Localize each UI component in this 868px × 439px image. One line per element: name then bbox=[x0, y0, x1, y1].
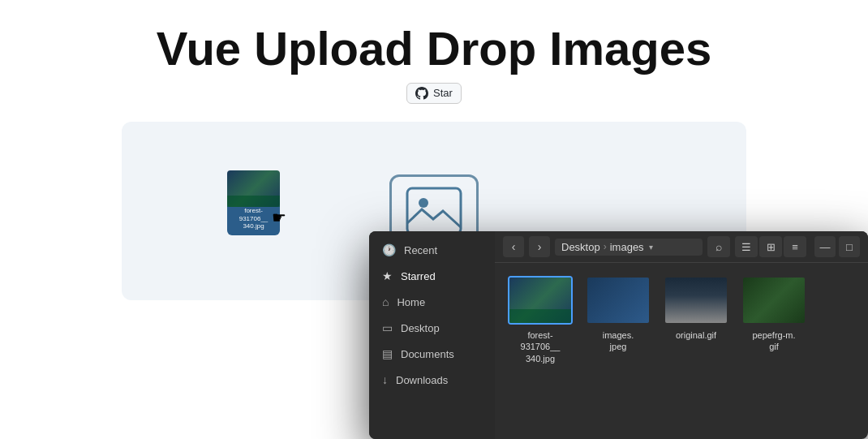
documents-icon: ▤ bbox=[382, 347, 393, 360]
list-view-button[interactable]: ☰ bbox=[735, 236, 758, 257]
desktop-icon: ▭ bbox=[382, 321, 393, 334]
dropdown-chevron-icon[interactable]: ▾ bbox=[649, 243, 653, 252]
file-item-pepe[interactable]: pepefrg-m.gif bbox=[741, 276, 806, 364]
sidebar-label-downloads: Downloads bbox=[396, 374, 448, 386]
page-title: Vue Upload Drop Images bbox=[0, 23, 868, 75]
file-label-forest: forest-931706__340.jpg bbox=[521, 329, 561, 364]
star-label: Star bbox=[433, 87, 453, 99]
dialog-main: ‹ › Desktop › images ▾ ⌕ ☰ ⊞ ≡ — □ bbox=[495, 231, 868, 439]
search-button[interactable]: ⌕ bbox=[707, 236, 730, 257]
file-grid: forest-931706__340.jpg images.jpeg origi… bbox=[495, 263, 868, 377]
file-item-forest[interactable]: forest-931706__340.jpg bbox=[508, 276, 573, 364]
file-label-pepe: pepefrg-m.gif bbox=[752, 329, 795, 353]
sort-button[interactable]: ≡ bbox=[784, 236, 806, 257]
file-thumbnail-original bbox=[664, 276, 728, 325]
breadcrumb-sep: › bbox=[604, 241, 607, 252]
svg-rect-0 bbox=[407, 188, 461, 234]
drag-cursor-icon: ☛ bbox=[272, 208, 286, 227]
github-icon bbox=[415, 87, 428, 100]
breadcrumb: Desktop › images ▾ bbox=[555, 239, 703, 256]
dialog-sidebar: 🕐 Recent ★ Starred ⌂ Home ▭ Desktop ▤ Do… bbox=[369, 231, 495, 439]
maximize-button[interactable]: □ bbox=[839, 236, 860, 257]
file-label-images: images.jpeg bbox=[603, 329, 634, 353]
home-icon: ⌂ bbox=[382, 295, 389, 308]
file-label-original: original.gif bbox=[676, 329, 716, 341]
minimize-button[interactable]: — bbox=[814, 236, 836, 257]
grid-view-button[interactable]: ⊞ bbox=[759, 236, 782, 257]
file-item-original[interactable]: original.gif bbox=[664, 276, 728, 364]
sidebar-label-documents: Documents bbox=[401, 348, 454, 360]
sidebar-item-recent[interactable]: 🕐 Recent bbox=[369, 238, 495, 262]
sidebar-label-home: Home bbox=[397, 296, 425, 308]
sidebar-label-recent: Recent bbox=[404, 244, 437, 256]
starred-icon: ★ bbox=[382, 269, 393, 282]
sidebar-item-desktop[interactable]: ▭ Desktop bbox=[369, 316, 495, 340]
github-star-button[interactable]: Star bbox=[406, 83, 462, 104]
file-dialog: 🕐 Recent ★ Starred ⌂ Home ▭ Desktop ▤ Do… bbox=[369, 231, 868, 439]
downloads-icon: ↓ bbox=[382, 373, 388, 386]
view-buttons: ☰ ⊞ ≡ bbox=[735, 236, 806, 257]
file-thumbnail-pepe bbox=[741, 276, 806, 325]
sidebar-label-desktop: Desktop bbox=[401, 322, 440, 334]
sidebar-item-documents[interactable]: ▤ Documents bbox=[369, 342, 495, 366]
file-thumbnail-images bbox=[586, 276, 651, 325]
sidebar-item-downloads[interactable]: ↓ Downloads bbox=[369, 368, 495, 392]
search-icon: ⌕ bbox=[715, 240, 722, 253]
sidebar-label-starred: Starred bbox=[401, 270, 436, 282]
dragging-file-label: forest-931706__340.jpg bbox=[239, 207, 269, 230]
breadcrumb-desktop[interactable]: Desktop bbox=[561, 241, 600, 253]
recent-icon: 🕐 bbox=[382, 243, 396, 256]
sidebar-item-home[interactable]: ⌂ Home bbox=[369, 290, 495, 314]
forward-button[interactable]: › bbox=[529, 236, 550, 257]
back-button[interactable]: ‹ bbox=[503, 236, 524, 257]
page-header: Vue Upload Drop Images Star bbox=[0, 0, 868, 115]
dialog-toolbar: ‹ › Desktop › images ▾ ⌕ ☰ ⊞ ≡ — □ bbox=[495, 231, 868, 263]
file-thumbnail-forest bbox=[508, 276, 573, 325]
file-item-images[interactable]: images.jpeg bbox=[586, 276, 651, 364]
window-controls: — □ bbox=[814, 236, 860, 257]
breadcrumb-images[interactable]: images bbox=[610, 241, 644, 253]
dragging-file: forest-931706__340.jpg ☛ bbox=[227, 170, 280, 235]
sidebar-item-starred[interactable]: ★ Starred bbox=[369, 264, 495, 288]
svg-point-1 bbox=[419, 198, 428, 208]
image-upload-icon bbox=[406, 187, 462, 235]
